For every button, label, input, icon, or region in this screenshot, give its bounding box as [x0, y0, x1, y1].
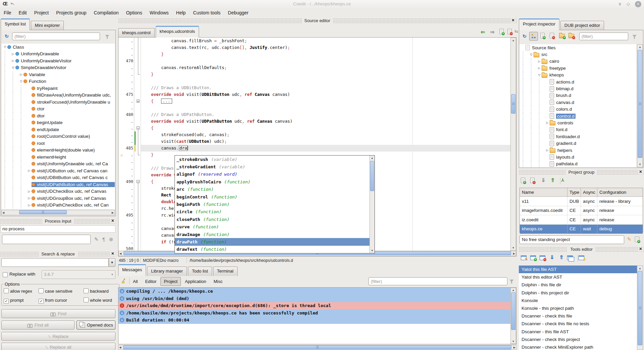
- file-tree-item[interactable]: gradient.d: [519, 140, 636, 147]
- inspector-filter-clear-button[interactable]: [632, 34, 637, 40]
- checkbox-whole-word[interactable]: [84, 297, 89, 302]
- group-add-project-button[interactable]: +: [521, 178, 525, 184]
- completion-item[interactable]: drawImage(function): [175, 231, 375, 238]
- add-free-standing-button[interactable]: +: [635, 237, 639, 243]
- inspector-add-folder-button[interactable]: +: [559, 33, 565, 40]
- expand-icon[interactable]: ▷: [27, 169, 32, 172]
- menu-project[interactable]: Project: [31, 8, 53, 17]
- symbol-tree-item[interactable]: ▷UniformlyDrawable: [1, 51, 115, 58]
- fold-collapse-icon[interactable]: −: [137, 180, 140, 183]
- scroll-up-icon[interactable]: ▲: [511, 289, 516, 292]
- completion-item[interactable]: drawText(function): [175, 246, 375, 253]
- tool-item[interactable]: Dscanner - check this project: [519, 336, 637, 343]
- menu-edit[interactable]: Edit: [15, 8, 31, 17]
- code-line[interactable]: .: [118, 78, 510, 84]
- fold-ellipsis[interactable]: ...: [161, 99, 172, 104]
- symbol-tree-item[interactable]: ▽SimpleDrawableVisitor: [1, 64, 115, 71]
- inspector-remove-folder-button[interactable]: −: [568, 33, 574, 40]
- file-tree-item[interactable]: control.d: [519, 113, 636, 119]
- expand-icon[interactable]: ▷: [19, 73, 23, 76]
- code-line[interactable]: . canvas.fillBrush = _brushFont;: [118, 38, 510, 44]
- tool-item[interactable]: Yatol this file AST: [519, 266, 637, 273]
- replace-with-checkbox[interactable]: [3, 272, 8, 277]
- editor-back-button[interactable]: ⇐: [480, 29, 486, 35]
- filter-all[interactable]: All: [130, 277, 141, 286]
- messages-filter-input[interactable]: [368, 277, 507, 285]
- filter-editor[interactable]: Editor: [142, 277, 160, 286]
- tool-item[interactable]: Konsole: [519, 297, 637, 304]
- editor-tab-kheops-control[interactable]: kheops.control: [118, 28, 155, 38]
- tool-item[interactable]: Dolphin - this project dir: [519, 289, 637, 297]
- scroll-right-icon[interactable]: ▶: [513, 252, 515, 255]
- file-tree-item[interactable]: bitmap.d: [519, 85, 636, 92]
- symbol-tree-item[interactable]: endUpdate: [1, 126, 115, 133]
- files-vscrollbar[interactable]: ▲ ☰ ▼: [637, 44, 643, 167]
- menu-file[interactable]: File: [0, 8, 15, 17]
- code-line[interactable]: . strokeFocused(udc, canvas);: [118, 131, 510, 138]
- column-header-async[interactable]: Async: [581, 188, 597, 196]
- fold-collapse-icon[interactable]: −: [137, 126, 140, 129]
- file-tree-item[interactable]: ▷freetype: [519, 65, 636, 71]
- close-search-replace-button[interactable]: ×: [110, 251, 115, 256]
- right-splitter[interactable]: [516, 17, 519, 350]
- scroll-up-icon[interactable]: ▲: [637, 267, 643, 270]
- expand-icon[interactable]: ▷: [11, 59, 15, 62]
- fold-column[interactable]: −: [136, 125, 141, 131]
- symbol-tree-item[interactable]: ▷UniformlyDrawableVisitor: [1, 57, 115, 64]
- menu-compilation[interactable]: Compilation: [90, 8, 122, 17]
- file-tree-item[interactable]: brush.d: [519, 92, 636, 99]
- completion-item[interactable]: beginPath(function): [175, 200, 375, 208]
- code-line[interactable]: . canvas.restoreAllDefaults;: [118, 64, 510, 71]
- code-line[interactable]: . canvas.text(rc, udc.caption[], Justify…: [118, 44, 510, 51]
- tool-remove-button[interactable]: −: [540, 255, 545, 261]
- expand-icon[interactable]: ▷: [537, 60, 542, 63]
- tab-terminal[interactable]: Terminal: [213, 267, 238, 276]
- code-line[interactable]: . }: [118, 51, 510, 58]
- scroll-down-icon[interactable]: ▼: [511, 246, 516, 249]
- inspector-refresh-button[interactable]: ↻: [521, 32, 529, 40]
- column-header-configuration[interactable]: Configuration: [597, 188, 643, 196]
- messages-filter-clear-button[interactable]: [509, 278, 514, 284]
- tool-item[interactable]: Dscanner - check this file: [519, 312, 637, 320]
- close-process-input-button[interactable]: ×: [110, 218, 115, 223]
- close-icon[interactable]: ×: [635, 1, 641, 7]
- collapse-icon[interactable]: ▽: [537, 73, 542, 77]
- file-tree-item[interactable]: ▷controls: [519, 119, 636, 126]
- completion-item[interactable]: drawPath(function): [175, 238, 375, 245]
- editor-tab-kheops-udcontrols[interactable]: kheops.udcontrols: [156, 26, 199, 38]
- scroll-down-icon[interactable]: ▼: [637, 163, 643, 166]
- completion-item[interactable]: closePath(function): [175, 216, 375, 223]
- completion-item[interactable]: _strokeBrush(variable): [175, 156, 375, 163]
- tool-item[interactable]: Dscanner - check MiniExplorer path: [519, 343, 637, 350]
- table-row[interactable]: kheops.ceCEwaitdebug: [520, 225, 643, 234]
- message-row[interactable]: icompiling / ... /kheops/kheops.ce: [118, 288, 510, 295]
- inspector-add-file-button[interactable]: +: [540, 33, 545, 40]
- inspector-filter-input[interactable]: [579, 33, 628, 40]
- filter-application[interactable]: Application: [182, 277, 210, 286]
- completion-item[interactable]: beginControl(function): [175, 193, 375, 200]
- scroll-left-icon[interactable]: ◀: [119, 346, 121, 349]
- completion-item[interactable]: _strokeGradient(variable): [175, 163, 375, 170]
- symbol-tree-item[interactable]: ▷visit(UDPathCheckBox udc, ref Can: [1, 202, 115, 209]
- symbol-tree-item[interactable]: visit(UDBitButton udc, ref Canvas c: [1, 174, 115, 181]
- tab-project-inspector[interactable]: Project inspector: [519, 18, 559, 30]
- messages-hscrollbar[interactable]: ◀ ☰ ▶: [118, 345, 516, 350]
- editor-new-document-button[interactable]: +: [499, 29, 504, 36]
- code-line[interactable]: 475 override void visit(UDBitButton udc,…: [118, 91, 510, 98]
- code-line[interactable]: 480 /// Draws a UDPathButton.: [118, 111, 510, 118]
- code-line[interactable]: . /// Draws a UDBitButton.: [118, 84, 510, 91]
- scroll-down-icon[interactable]: ▼: [511, 340, 516, 343]
- file-tree-item[interactable]: actions.d: [519, 78, 636, 85]
- scroll-left-icon[interactable]: ◀: [119, 252, 121, 255]
- replace-all-button[interactable]: ᵗₒReplace all: [1, 343, 115, 350]
- symbol-tree-item[interactable]: beginUpdate: [1, 119, 115, 126]
- inspector-treeview-button[interactable]: [529, 32, 538, 41]
- symbol-tree-item[interactable]: strokeFocused(UniformlyDrawable u: [1, 99, 115, 106]
- close-tools-editor-button[interactable]: ×: [638, 246, 643, 251]
- code-line[interactable]: .: [118, 105, 510, 111]
- file-tree-item[interactable]: pathdata.d: [519, 161, 636, 167]
- scroll-up-icon[interactable]: ▲: [370, 157, 375, 160]
- file-tree-item[interactable]: canvas.d: [519, 99, 636, 106]
- symbol-tree-item[interactable]: root(CustomControl value): [1, 133, 115, 140]
- file-tree-item[interactable]: ▽kheops: [519, 72, 636, 78]
